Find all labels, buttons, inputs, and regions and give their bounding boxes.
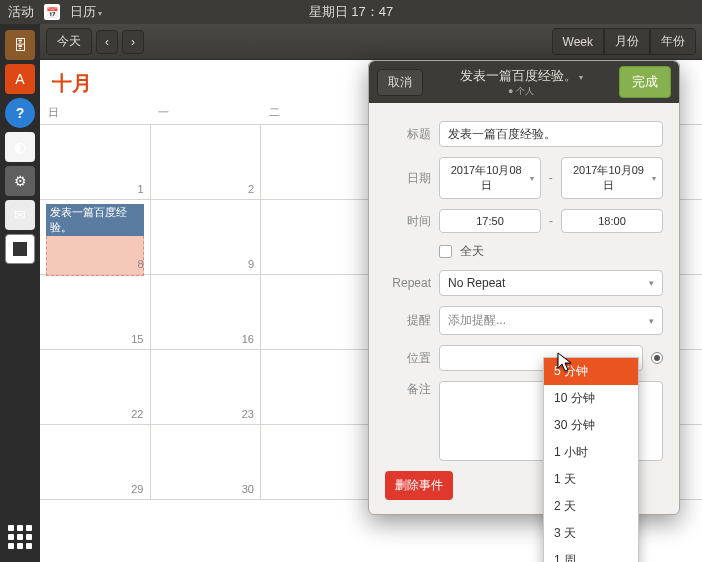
event-dialog: 取消 发表一篇百度经验。▾ ● 个人 完成 标题 日期 2017年10月08日▾… (368, 60, 680, 515)
label-allday: 全天 (460, 243, 484, 260)
launcher: 🗄 A ? ◐ ⚙ ✉ (0, 24, 40, 562)
day-cell[interactable]: 29 (40, 425, 151, 499)
dropdown-item[interactable]: 2 天 (544, 493, 638, 520)
done-button[interactable]: 完成 (619, 66, 671, 98)
launcher-settings-icon[interactable]: ⚙ (5, 166, 35, 196)
label-date: 日期 (385, 170, 431, 187)
launcher-help-icon[interactable]: ? (5, 98, 35, 128)
dash: - (549, 171, 553, 185)
view-month[interactable]: 月份 (604, 28, 650, 55)
label-notes: 备注 (385, 381, 431, 398)
dropdown-item[interactable]: 30 分钟 (544, 412, 638, 439)
dropdown-item[interactable]: 1 周 (544, 547, 638, 562)
day-cell[interactable] (261, 425, 372, 499)
day-cell[interactable] (261, 125, 372, 199)
label-repeat: Repeat (385, 276, 431, 290)
menubar: 活动 📅 日历▾ 星期日 17：47 (0, 0, 702, 24)
dialog-subtitle: ● 个人 (431, 85, 611, 98)
label-time: 时间 (385, 213, 431, 230)
reminder-dropdown: 5 分钟 10 分钟 30 分钟 1 小时 1 天 2 天 3 天 1 周 (543, 357, 639, 562)
event-chip-body[interactable] (46, 236, 144, 276)
dialog-header: 取消 发表一篇百度经验。▾ ● 个人 完成 (369, 61, 679, 103)
day-cell[interactable]: 30 (151, 425, 262, 499)
view-year[interactable]: 年份 (650, 28, 696, 55)
delete-event-button[interactable]: 删除事件 (385, 471, 453, 500)
next-button[interactable]: › (122, 30, 144, 54)
day-cell[interactable]: 发表一篇百度经验。 8 (40, 200, 151, 274)
day-name: 二 (261, 101, 371, 124)
day-cell[interactable] (261, 275, 372, 349)
time-start-button[interactable]: 17:50 (439, 209, 541, 233)
launcher-files-icon[interactable]: 🗄 (5, 30, 35, 60)
activity-label[interactable]: 活动 (8, 3, 34, 21)
dash: - (549, 214, 553, 228)
time-end-button[interactable]: 18:00 (561, 209, 663, 233)
day-name: 一 (150, 101, 260, 124)
launcher-mail-icon[interactable]: ✉ (5, 200, 35, 230)
date-start-button[interactable]: 2017年10月08日▾ (439, 157, 541, 199)
calendar-toolbar: 今天 ‹ › Week 月份 年份 (40, 24, 702, 60)
day-cell[interactable]: 16 (151, 275, 262, 349)
dropdown-item[interactable]: 3 天 (544, 520, 638, 547)
cancel-button[interactable]: 取消 (377, 69, 423, 96)
view-toggle: Week 月份 年份 (552, 28, 696, 55)
event-chip-title[interactable]: 发表一篇百度经验。 (46, 204, 144, 236)
dropdown-item[interactable]: 1 天 (544, 466, 638, 493)
allday-checkbox[interactable] (439, 245, 452, 258)
view-week[interactable]: Week (552, 28, 604, 55)
dialog-title: 发表一篇百度经验。▾ (431, 67, 611, 85)
app-name[interactable]: 日历▾ (70, 3, 102, 21)
day-cell[interactable]: 22 (40, 350, 151, 424)
calendar-app-icon: 📅 (44, 4, 60, 20)
location-marker-icon[interactable] (651, 352, 663, 364)
day-cell[interactable] (261, 350, 372, 424)
day-cell[interactable]: 15 (40, 275, 151, 349)
title-field[interactable] (439, 121, 663, 147)
reminder-select[interactable]: 添加提醒...▾ (439, 306, 663, 335)
label-location: 位置 (385, 350, 431, 367)
day-name: 日 (40, 101, 150, 124)
dropdown-item[interactable]: 5 分钟 (544, 358, 638, 385)
repeat-select[interactable]: No Repeat▾ (439, 270, 663, 296)
clock[interactable]: 星期日 17：47 (309, 3, 394, 21)
label-title: 标题 (385, 126, 431, 143)
label-reminder: 提醒 (385, 312, 431, 329)
dropdown-item[interactable]: 1 小时 (544, 439, 638, 466)
launcher-store-icon[interactable]: A (5, 64, 35, 94)
day-cell[interactable] (261, 200, 372, 274)
show-apps-icon[interactable] (5, 522, 35, 552)
day-cell[interactable]: 1 (40, 125, 151, 199)
day-cell[interactable]: 23 (151, 350, 262, 424)
prev-button[interactable]: ‹ (96, 30, 118, 54)
dropdown-item[interactable]: 10 分钟 (544, 385, 638, 412)
today-button[interactable]: 今天 (46, 28, 92, 55)
launcher-browser-icon[interactable]: ◐ (5, 132, 35, 162)
day-cell[interactable]: 9 (151, 200, 262, 274)
day-cell[interactable]: 2 (151, 125, 262, 199)
date-end-button[interactable]: 2017年10月09日▾ (561, 157, 663, 199)
launcher-calendar-icon[interactable] (5, 234, 35, 264)
